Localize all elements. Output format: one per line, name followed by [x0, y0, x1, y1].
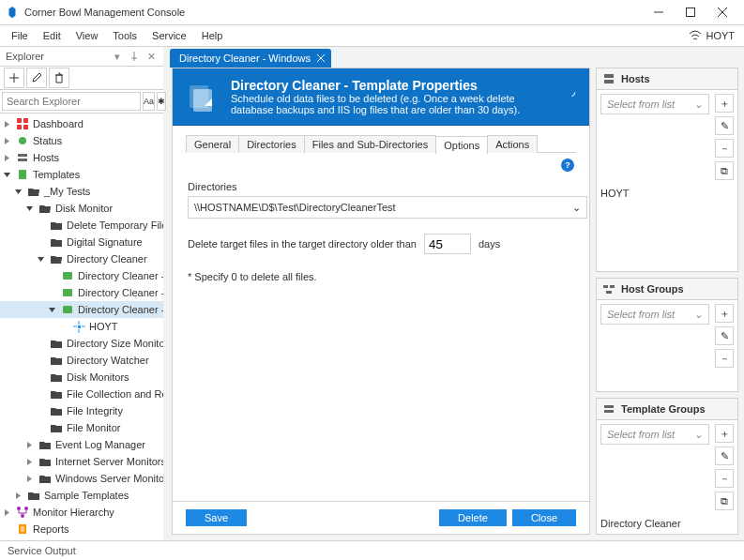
tree-node[interactable]: Digital Signature — [0, 234, 163, 250]
tree-node[interactable]: Directory Size Monitor — [0, 335, 163, 352]
tree-twisty-icon[interactable] — [36, 237, 46, 248]
directories-dropdown[interactable]: \\HOSTNAME\D$\Test\DirectoryCleanerTest … — [188, 196, 587, 219]
hostgroups-remove-button[interactable]: － — [715, 349, 734, 368]
tree-twisty-icon[interactable] — [13, 187, 23, 197]
tree-node[interactable]: Sample Templates — [0, 487, 163, 504]
document-tab-close-icon[interactable] — [316, 53, 326, 63]
tree-twisty-icon[interactable] — [2, 136, 12, 146]
tree-twisty-icon[interactable] — [36, 254, 46, 265]
tree-twisty-icon[interactable] — [24, 440, 35, 450]
host-item[interactable]: HOYT — [600, 188, 734, 199]
tree-twisty-icon[interactable] — [13, 491, 23, 501]
tree-twisty-icon[interactable] — [36, 423, 46, 433]
tree-node[interactable]: Directory Cleaner - FTP/S — [0, 267, 163, 284]
tree-node[interactable]: Event Log Manager — [0, 436, 163, 453]
tplgroup-item[interactable]: Directory Cleaner — [600, 518, 734, 529]
tree-twisty-icon[interactable] — [36, 389, 46, 400]
menu-edit[interactable]: Edit — [36, 28, 68, 43]
tplgroups-add-button[interactable]: ＋ — [715, 424, 734, 443]
explorer-search-input[interactable] — [2, 92, 141, 111]
tplgroups-copy-button[interactable]: ⧉ — [715, 492, 734, 510]
property-tab[interactable]: Actions — [487, 135, 538, 153]
loading-spinner-icon — [565, 86, 576, 107]
tree-node[interactable]: Templates — [0, 166, 163, 183]
tplgroups-remove-button[interactable]: － — [715, 469, 734, 488]
tree-twisty-icon[interactable] — [36, 220, 46, 231]
tree-node[interactable]: File Collection and Retention — [0, 386, 163, 402]
tree-node[interactable]: Monitor Hierarchy — [0, 504, 163, 521]
property-tab[interactable]: Directories — [238, 135, 305, 153]
tree-node[interactable]: HOYT — [0, 318, 163, 335]
tree-node[interactable]: Delete Temporary Files — [0, 217, 163, 234]
menu-file[interactable]: File — [4, 28, 36, 43]
tree-twisty-icon[interactable] — [2, 170, 12, 180]
tree-node[interactable]: _My Tests — [0, 183, 163, 200]
close-window-button[interactable] — [706, 0, 738, 24]
hosts-add-button[interactable]: ＋ — [715, 94, 734, 113]
tree-twisty-icon[interactable] — [2, 119, 12, 129]
tree-twisty-icon[interactable] — [47, 305, 57, 315]
tree-node[interactable]: File Integrity — [0, 402, 163, 419]
tree-twisty-icon[interactable] — [2, 507, 12, 518]
tree-twisty-icon[interactable] — [24, 474, 35, 484]
delete-button[interactable]: Delete — [439, 509, 507, 526]
tree-node[interactable]: File Monitor — [0, 419, 163, 436]
menu-service[interactable]: Service — [144, 28, 194, 43]
tree-twisty-icon[interactable] — [36, 372, 46, 383]
tree-node[interactable]: Internet Server Monitors — [0, 453, 163, 470]
close-button[interactable]: Close — [512, 509, 576, 526]
tree-twisty-icon[interactable] — [2, 524, 12, 535]
whole-word-button[interactable]: ✱ — [157, 92, 166, 111]
menu-help[interactable]: Help — [194, 28, 231, 43]
tplgroups-select[interactable]: Select from list⌄ — [600, 424, 709, 445]
minimize-button[interactable] — [643, 0, 675, 24]
match-case-button[interactable]: Aa — [143, 92, 155, 111]
tree-twisty-icon[interactable] — [2, 153, 12, 163]
hostgroups-edit-button[interactable]: ✎ — [715, 326, 734, 345]
menu-view[interactable]: View — [68, 28, 106, 43]
property-tab[interactable]: Options — [435, 136, 488, 154]
add-button[interactable] — [4, 68, 24, 88]
hosts-remove-button[interactable]: － — [715, 139, 734, 158]
tree-twisty-icon[interactable] — [36, 339, 46, 349]
menu-tools[interactable]: Tools — [105, 28, 144, 43]
tree-twisty-icon[interactable] — [47, 288, 57, 298]
tree-node[interactable]: Hosts — [0, 149, 163, 166]
save-button[interactable]: Save — [186, 509, 247, 526]
tree-twisty-icon[interactable] — [58, 322, 68, 332]
tree-node[interactable]: Directory Cleaner — [0, 250, 163, 267]
hosts-edit-button[interactable]: ✎ — [715, 116, 734, 135]
age-days-input[interactable] — [424, 234, 471, 254]
help-icon[interactable]: ? — [561, 159, 574, 172]
tree-node[interactable]: Directory Cleaner - SFTP — [0, 284, 163, 301]
hostgroups-select[interactable]: Select from list⌄ — [600, 304, 709, 325]
tplgroups-edit-button[interactable]: ✎ — [715, 446, 734, 465]
tree-twisty-icon[interactable] — [24, 457, 35, 467]
tree-node[interactable]: Directory Watcher — [0, 352, 163, 369]
pane-close-icon[interactable]: ✕ — [144, 50, 158, 63]
hostgroups-add-button[interactable]: ＋ — [715, 304, 734, 323]
tree-node[interactable]: Directory Cleaner - Windows — [0, 301, 163, 318]
tree-node[interactable]: Windows Server Monitors — [0, 470, 163, 487]
explorer-tree[interactable]: DashboardStatusHostsTemplates_My TestsDi… — [0, 114, 163, 540]
pane-dropdown-icon[interactable]: ▾ — [111, 50, 124, 63]
hosts-copy-button[interactable]: ⧉ — [715, 161, 734, 180]
maximize-button[interactable] — [675, 0, 706, 24]
tree-node[interactable]: Disk Monitors — [0, 369, 163, 386]
tree-twisty-icon[interactable] — [47, 271, 57, 281]
svg-point-5 — [19, 137, 26, 144]
pane-pin-icon[interactable] — [128, 50, 141, 63]
edit-button[interactable] — [26, 68, 47, 88]
tree-twisty-icon[interactable] — [24, 204, 35, 214]
tree-node[interactable]: Disk Monitor — [0, 200, 163, 217]
property-tab[interactable]: General — [186, 135, 239, 153]
tree-twisty-icon[interactable] — [36, 406, 46, 416]
tree-node[interactable]: Reports — [0, 521, 163, 537]
hosts-select[interactable]: Select from list⌄ — [600, 94, 709, 114]
tree-twisty-icon[interactable] — [36, 356, 46, 366]
tree-node[interactable]: Status — [0, 132, 163, 149]
property-tab[interactable]: Files and Sub-Directories — [304, 135, 437, 153]
document-tab[interactable]: Directory Cleaner - Windows — [170, 49, 331, 68]
tree-node[interactable]: Dashboard — [0, 115, 163, 132]
delete-tree-button[interactable] — [49, 68, 69, 88]
